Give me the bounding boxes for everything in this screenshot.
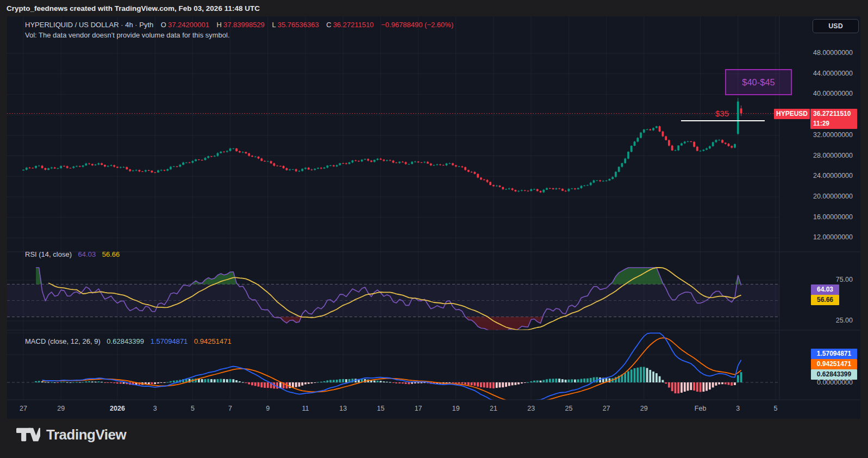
tradingview-wordmark: TradingView — [46, 426, 126, 443]
rsi-tick-25: 25.00 — [781, 317, 857, 324]
price-tick-label: 40.00000000 — [781, 90, 857, 97]
tradingview-logo[interactable]: TradingView — [16, 426, 126, 443]
high-value: 37.83998529 — [223, 21, 265, 29]
price-tick-label: 44.00000000 — [781, 70, 857, 77]
time-tick-label: 3 — [142, 405, 168, 412]
macd-legend[interactable]: MACD (close, 12, 26, 9) 0.62843399 1.570… — [25, 337, 236, 345]
macd-zero-tick: 0.00000000 — [781, 379, 857, 386]
time-tick-label: 15 — [367, 405, 394, 412]
rsi-legend-title: RSI (14, close) — [25, 250, 72, 258]
macd-signal-axis-badge: 0.94251471 — [811, 359, 857, 369]
time-tick-label: 11 — [292, 405, 319, 412]
high-label: H — [217, 21, 222, 29]
chart-widget: HYPERLIQUID / US DOLLAR · 4h · Pyth O37.… — [7, 16, 860, 419]
macd-signal-value: 0.94251471 — [194, 337, 232, 345]
close-label: C — [326, 21, 331, 29]
price-tick-label: 24.00000000 — [781, 172, 857, 180]
time-tick-label: 25 — [555, 405, 582, 412]
price-tick-label: 20.00000000 — [781, 193, 857, 200]
rsi-ma-axis-badge: 56.66 — [811, 295, 839, 305]
bar-countdown: 11:29 — [813, 119, 857, 128]
macd-hist-value: 0.62843399 — [107, 337, 144, 345]
time-tick-label: 23 — [518, 405, 544, 412]
rsi-value: 64.03 — [78, 250, 96, 258]
price-tick-label: 16.00000000 — [781, 213, 857, 221]
time-tick-label: 29 — [631, 405, 657, 412]
time-tick-label: 5 — [179, 405, 205, 412]
rsi-band — [7, 284, 779, 383]
candlestick-series — [22, 98, 742, 193]
time-tick-label: 27 — [10, 405, 36, 412]
time-tick-label: 13 — [330, 405, 356, 412]
price-tick-label: 28.00000000 — [781, 152, 857, 159]
macd-axis-badge: 1.57094871 — [811, 349, 857, 359]
volume-note: Vol: The data vendor doesn't provide vol… — [25, 31, 230, 39]
open-label: O — [161, 21, 166, 29]
low-label: L — [272, 21, 276, 29]
time-tick-label: Feb — [688, 405, 714, 412]
open-value: 37.24200001 — [168, 21, 209, 29]
symbol-price-flag: HYPEUSD — [774, 109, 810, 119]
time-tick-label: 2026 — [104, 405, 130, 412]
price-tick-label: 12.00000000 — [781, 233, 857, 241]
close-value: 36.27211510 — [333, 21, 374, 29]
rsi-legend[interactable]: RSI (14, close) 64.03 56.66 — [25, 250, 124, 258]
time-tick-label: 19 — [443, 405, 469, 412]
time-tick-label: 21 — [480, 405, 507, 412]
macd-legend-title: MACD (close, 12, 26, 9) — [25, 337, 101, 345]
macd-line-value: 1.57094871 — [151, 337, 188, 345]
time-tick-label: 5 — [763, 405, 789, 412]
time-tick-label: 7 — [217, 405, 243, 412]
level-35-label[interactable]: $35 — [715, 109, 729, 118]
symbol-legend[interactable]: HYPERLIQUID / US DOLLAR · 4h · Pyth O37.… — [25, 21, 455, 29]
tradingview-mark-icon — [16, 426, 40, 443]
low-value: 35.76536363 — [278, 21, 319, 29]
time-tick-label: 17 — [405, 405, 432, 412]
time-tick-label: 3 — [725, 405, 751, 412]
attribution-text: Crypto_feednews created with TradingView… — [7, 4, 260, 13]
current-price-value: 36.27211510 — [813, 109, 857, 119]
time-tick-label: 29 — [48, 405, 74, 412]
rsi-tick-75: 75.00 — [781, 276, 857, 283]
current-price-badge: 36.27211510 11:29 — [810, 109, 857, 129]
price-tick-label: 48.00000000 — [781, 49, 857, 57]
time-tick-label: 27 — [594, 405, 620, 412]
symbol-title: HYPERLIQUID / US DOLLAR · 4h · Pyth — [25, 21, 153, 29]
rsi-ma-value: 56.66 — [102, 250, 120, 258]
currency-toggle-button[interactable]: USD — [813, 19, 859, 33]
price-tick-label: 32.00000000 — [781, 131, 857, 139]
change-value: −0.96788490 (−2.60%) — [381, 21, 453, 29]
time-tick-label: 9 — [255, 405, 281, 412]
rsi-axis-badge: 64.03 — [811, 284, 839, 295]
